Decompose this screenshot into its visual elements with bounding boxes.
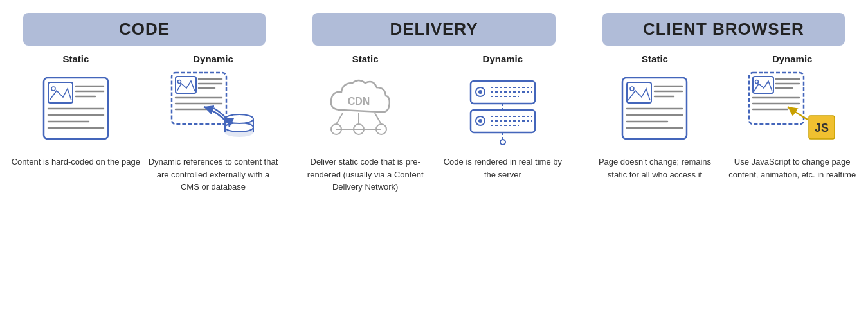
svg-rect-11 <box>176 77 196 93</box>
browser-static-title: Static <box>642 53 668 64</box>
svg-line-30 <box>375 113 381 124</box>
browser-static-doc-icon <box>619 75 690 142</box>
browser-static-icon-area <box>589 69 721 147</box>
code-static-icon-area <box>10 69 142 147</box>
svg-point-37 <box>478 90 482 94</box>
svg-point-26 <box>225 114 253 123</box>
code-static-desc: Content is hard-coded on the page <box>12 156 140 168</box>
delivery-dynamic-title: Dynamic <box>483 53 523 64</box>
browser-dynamic-icon-area: JS <box>726 69 858 147</box>
svg-line-28 <box>336 113 343 124</box>
browser-dynamic: Dynamic <box>726 53 858 322</box>
svg-text:JS: JS <box>815 122 829 134</box>
section-delivery-title: DELIVERY <box>390 19 478 39</box>
section-code-header: CODE <box>23 13 266 46</box>
section-browser: CLIENT BROWSER Static <box>579 6 868 329</box>
delivery-static: Static CDN <box>299 53 431 322</box>
browser-static-desc: Page doesn't change; remains static for … <box>589 156 721 181</box>
svg-text:CDN: CDN <box>348 96 370 107</box>
dynamic-doc-icon <box>168 69 258 147</box>
code-subsections: Static <box>10 53 279 322</box>
delivery-subsections: Static CDN <box>299 53 568 322</box>
section-code: CODE Static <box>0 6 289 329</box>
code-dynamic-icon-area <box>147 69 280 147</box>
section-browser-header: CLIENT BROWSER <box>602 13 845 46</box>
server-icon <box>461 71 545 145</box>
code-dynamic: Dynamic <box>147 53 280 322</box>
section-code-title: CODE <box>119 19 170 39</box>
delivery-dynamic-icon-area <box>437 69 569 147</box>
section-browser-title: CLIENT BROWSER <box>643 19 804 39</box>
delivery-dynamic-desc: Code is rendered in real time by the ser… <box>437 156 569 181</box>
delivery-static-icon-area: CDN <box>299 69 431 147</box>
cdn-icon: CDN <box>323 71 407 145</box>
static-doc-icon <box>41 75 111 142</box>
section-delivery: DELIVERY Static CDN <box>289 6 579 329</box>
svg-point-43 <box>478 119 482 123</box>
svg-rect-61 <box>753 77 773 93</box>
delivery-static-title: Static <box>352 53 379 64</box>
section-delivery-header: DELIVERY <box>312 13 555 46</box>
browser-static: Static Pa <box>589 53 721 322</box>
delivery-dynamic: Dynamic <box>437 53 569 322</box>
code-static-title: Static <box>62 53 89 64</box>
browser-dynamic-js-icon: JS <box>746 69 839 147</box>
code-static: Static <box>10 53 142 322</box>
browser-dynamic-desc: Use JavaScript to change page content, a… <box>726 156 858 181</box>
browser-subsections: Static Pa <box>589 53 858 322</box>
code-dynamic-desc: Dynamic references to content that are c… <box>147 156 280 194</box>
delivery-static-desc: Deliver static code that is pre-rendered… <box>299 156 431 194</box>
code-dynamic-title: Dynamic <box>193 53 233 64</box>
svg-point-49 <box>500 140 505 145</box>
main-container: CODE Static <box>0 0 868 335</box>
browser-dynamic-title: Dynamic <box>772 53 813 64</box>
